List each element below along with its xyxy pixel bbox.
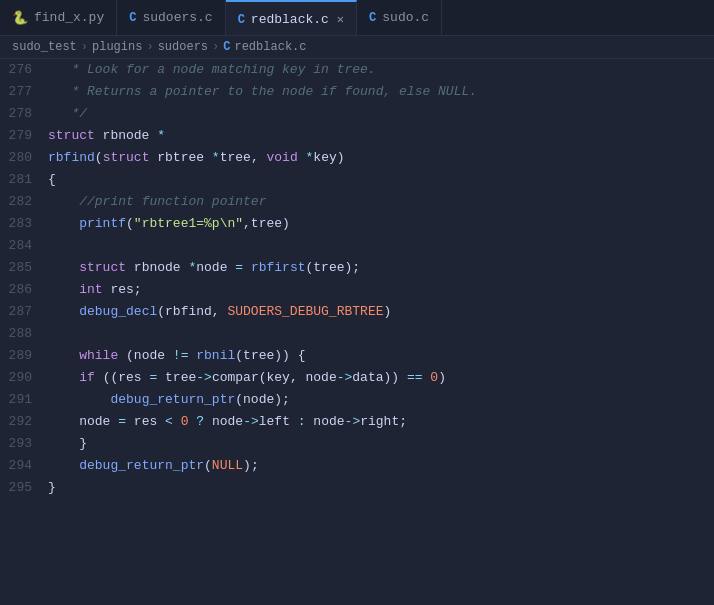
breadcrumb-c-icon: C xyxy=(223,40,230,54)
line-content-291: debug_return_ptr(node); xyxy=(48,389,290,411)
line-number-288: 288 xyxy=(0,323,48,345)
tab-label-find-x: find_x.py xyxy=(34,10,104,25)
line-number-276: 276 xyxy=(0,59,48,81)
line-content-293: } xyxy=(48,433,87,455)
tab-bar: 🐍 find_x.py C sudoers.c C redblack.c ✕ C… xyxy=(0,0,714,36)
line-content-276: * Look for a node matching key in tree. xyxy=(48,59,376,81)
line-number-293: 293 xyxy=(0,433,48,455)
line-content-289: while (node != rbnil(tree)) { xyxy=(48,345,306,367)
tab-find-x[interactable]: 🐍 find_x.py xyxy=(0,0,117,35)
code-line-290: 290 if ((res = tree->compar(key, node->d… xyxy=(0,367,714,389)
close-tab-redblack[interactable]: ✕ xyxy=(337,12,344,27)
code-line-279: 279 struct rbnode * xyxy=(0,125,714,147)
line-content-294: debug_return_ptr(NULL); xyxy=(48,455,259,477)
tab-sudo-c[interactable]: C sudo.c xyxy=(357,0,442,35)
code-line-283: 283 printf("rbtree1=%p\n",tree) xyxy=(0,213,714,235)
line-number-295: 295 xyxy=(0,477,48,499)
line-number-283: 283 xyxy=(0,213,48,235)
line-number-286: 286 xyxy=(0,279,48,301)
line-number-292: 292 xyxy=(0,411,48,433)
code-line-284: 284 xyxy=(0,235,714,257)
tab-label-sudo: sudo.c xyxy=(382,10,429,25)
line-content-282: //print function pointer xyxy=(48,191,266,213)
line-content-280: rbfind(struct rbtree *tree, void *key) xyxy=(48,147,345,169)
breadcrumb-part-1: sudo_test xyxy=(12,40,77,54)
code-line-282: 282 //print function pointer xyxy=(0,191,714,213)
line-content-290: if ((res = tree->compar(key, node->data)… xyxy=(48,367,446,389)
code-line-276: 276 * Look for a node matching key in tr… xyxy=(0,59,714,81)
code-line-293: 293 } xyxy=(0,433,714,455)
line-content-278: */ xyxy=(48,103,87,125)
breadcrumb-sep-3: › xyxy=(212,40,219,54)
line-number-280: 280 xyxy=(0,147,48,169)
tab-label-sudoers: sudoers.c xyxy=(142,10,212,25)
breadcrumb-sep-1: › xyxy=(81,40,88,54)
py-icon: 🐍 xyxy=(12,10,28,26)
line-number-279: 279 xyxy=(0,125,48,147)
line-content-277: * Returns a pointer to the node if found… xyxy=(48,81,477,103)
code-line-288: 288 xyxy=(0,323,714,345)
line-content-286: int res; xyxy=(48,279,142,301)
c-icon-3: C xyxy=(369,11,376,25)
line-number-294: 294 xyxy=(0,455,48,477)
breadcrumb-part-3: sudoers xyxy=(158,40,208,54)
line-content-283: printf("rbtree1=%p\n",tree) xyxy=(48,213,290,235)
line-number-289: 289 xyxy=(0,345,48,367)
code-line-280: 280 rbfind(struct rbtree *tree, void *ke… xyxy=(0,147,714,169)
breadcrumb: sudo_test › plugins › sudoers › C redbla… xyxy=(0,36,714,59)
line-number-284: 284 xyxy=(0,235,48,257)
line-content-281: { xyxy=(48,169,56,191)
line-content-292: node = res < 0 ? node->left : node->righ… xyxy=(48,411,407,433)
line-number-285: 285 xyxy=(0,257,48,279)
tab-redblack-c[interactable]: C redblack.c ✕ xyxy=(226,0,357,35)
line-number-281: 281 xyxy=(0,169,48,191)
code-line-289: 289 while (node != rbnil(tree)) { xyxy=(0,345,714,367)
code-line-286: 286 int res; xyxy=(0,279,714,301)
line-number-287: 287 xyxy=(0,301,48,323)
line-number-277: 277 xyxy=(0,81,48,103)
code-line-277: 277 * Returns a pointer to the node if f… xyxy=(0,81,714,103)
code-line-278: 278 */ xyxy=(0,103,714,125)
line-number-282: 282 xyxy=(0,191,48,213)
code-line-281: 281 { xyxy=(0,169,714,191)
line-content-285: struct rbnode *node = rbfirst(tree); xyxy=(48,257,360,279)
breadcrumb-part-2: plugins xyxy=(92,40,142,54)
code-line-285: 285 struct rbnode *node = rbfirst(tree); xyxy=(0,257,714,279)
tab-label-redblack: redblack.c xyxy=(251,12,329,27)
line-content-279: struct rbnode * xyxy=(48,125,165,147)
tab-sudoers-c[interactable]: C sudoers.c xyxy=(117,0,225,35)
code-line-292: 292 node = res < 0 ? node->left : node->… xyxy=(0,411,714,433)
line-number-290: 290 xyxy=(0,367,48,389)
code-editor: 276 * Look for a node matching key in tr… xyxy=(0,59,714,602)
line-content-295: } xyxy=(48,477,56,499)
line-number-291: 291 xyxy=(0,389,48,411)
c-icon-2: C xyxy=(238,13,245,27)
c-icon-1: C xyxy=(129,11,136,25)
code-line-291: 291 debug_return_ptr(node); xyxy=(0,389,714,411)
code-line-295: 295 } xyxy=(0,477,714,499)
code-line-294: 294 debug_return_ptr(NULL); xyxy=(0,455,714,477)
code-line-287: 287 debug_decl(rbfind, SUDOERS_DEBUG_RBT… xyxy=(0,301,714,323)
line-number-278: 278 xyxy=(0,103,48,125)
breadcrumb-sep-2: › xyxy=(146,40,153,54)
line-content-287: debug_decl(rbfind, SUDOERS_DEBUG_RBTREE) xyxy=(48,301,391,323)
breadcrumb-part-4: redblack.c xyxy=(234,40,306,54)
